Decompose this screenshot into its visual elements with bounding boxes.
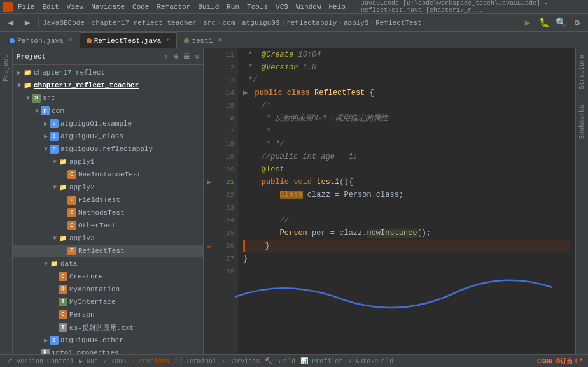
tree-item-MyInterface[interactable]: IMyInterface: [13, 296, 203, 308]
tree-item-com[interactable]: ▼pcom: [13, 104, 203, 117]
breadcrumb-apply3[interactable]: apply3: [344, 19, 369, 27]
debug-btn[interactable]: 🐛: [537, 16, 551, 30]
breadcrumb-atguigu03[interactable]: atguigu03: [242, 19, 279, 27]
tree-item-atguigu01_example[interactable]: ▶patguigu01.example: [13, 117, 203, 130]
tree-arrow-atguigu01_example[interactable]: ▶: [42, 120, 50, 127]
status-build[interactable]: 🔨 Build: [265, 357, 295, 365]
tree-arrow-atguigu02_class[interactable]: ▶: [42, 133, 50, 140]
breadcrumb-reflectapply[interactable]: reflectapply: [286, 19, 337, 27]
status-run[interactable]: ▶ Run: [79, 357, 98, 365]
tree-item-Creature[interactable]: CCreature: [13, 270, 203, 283]
side-tab-project[interactable]: Project: [1, 52, 11, 84]
tree-item-apply3[interactable]: ▼📁apply3: [13, 232, 203, 245]
menu-build[interactable]: Build: [198, 3, 219, 11]
panel-settings-btn[interactable]: ⚙: [195, 52, 199, 61]
menu-code[interactable]: Code: [132, 3, 149, 11]
gutter-line-12: [204, 61, 215, 74]
tree-label-FieldsTest: FieldsTest: [78, 196, 120, 204]
breadcrumb-src[interactable]: src: [203, 19, 216, 27]
breadcrumb-root[interactable]: JavaSECode: [43, 19, 85, 27]
tree-item-apply2[interactable]: ▼📁apply2: [13, 181, 203, 194]
menu-refactor[interactable]: Refactor: [157, 3, 190, 11]
tree-label-MethodsTest: MethodsTest: [78, 209, 125, 217]
tree-arrow-apply1[interactable]: ▼: [51, 159, 59, 166]
tree-item-03_txt[interactable]: T03-反射的应用.txt: [13, 321, 203, 334]
tree-item-ReflectTest[interactable]: CReflectTest: [13, 245, 203, 257]
tree-item-MethodsTest[interactable]: CMethodsTest: [13, 206, 203, 219]
tree-item-src[interactable]: ▼Ssrc: [13, 92, 203, 104]
menu-vcs[interactable]: VCS: [276, 3, 288, 11]
panel-locate-btn[interactable]: ⊕: [174, 52, 179, 61]
breadcrumb: JavaSECode › chapter17_reflect_teacher ›…: [43, 19, 422, 27]
tree-arrow-atguigu03_reflectapply[interactable]: ▼: [42, 146, 50, 153]
code-line-18: * */: [243, 138, 570, 150]
tree-item-atguigu04_other[interactable]: ▶patguigu04.other: [13, 334, 203, 347]
tree-arrow-com[interactable]: ▼: [33, 108, 41, 115]
tree-icon-NewInstanceTest: C: [67, 170, 76, 179]
tree-label-chapter17_reflect_teacher: chapter17_reflect_teacher: [34, 82, 139, 89]
side-tab-structure[interactable]: Structure: [577, 52, 587, 92]
breadcrumb-project[interactable]: chapter17_reflect_teacher: [92, 19, 197, 27]
tab-person[interactable]: Person.java ×: [3, 32, 80, 48]
menu-window[interactable]: Window: [296, 3, 321, 11]
tree-arrow-apply3[interactable]: ▼: [51, 235, 59, 242]
menu-tools[interactable]: Tools: [247, 3, 268, 11]
tree-arrow-data[interactable]: ▼: [42, 261, 50, 268]
run-gutter-icon[interactable]: ▶: [207, 178, 211, 186]
status-services[interactable]: ⚡ Services: [221, 357, 260, 365]
tree-icon-atguigu04_other: p: [50, 336, 59, 345]
tree-item-FieldsTest[interactable]: CFieldsTest: [13, 194, 203, 206]
search-btn[interactable]: 🔍: [554, 16, 568, 30]
back-btn[interactable]: ◀: [4, 16, 18, 30]
forward-btn[interactable]: ▶: [20, 16, 34, 30]
main-area: Project Project ▼ ⊕ ☰ ⚙ ▶📁chapter17_refl…: [0, 48, 588, 354]
tree-item-apply1[interactable]: ▼📁apply1: [13, 155, 203, 168]
tree-icon-OtherTest: C: [67, 221, 76, 230]
tree-item-NewInstanceTest[interactable]: CNewInstanceTest: [13, 168, 203, 181]
menu-file[interactable]: File: [18, 3, 34, 11]
status-version-control[interactable]: ⎇ Version Control: [5, 357, 74, 365]
gutter-line-22: [204, 189, 215, 201]
tree-icon-apply3: 📁: [59, 234, 67, 243]
tree-arrow-atguigu04_other[interactable]: ▶: [42, 336, 50, 344]
tab-reflecttest[interactable]: ReflectTest.java ×: [80, 32, 178, 48]
tree-item-atguigu02_class[interactable]: ▶patguigu02_class: [13, 130, 203, 143]
breadcrumb-com[interactable]: com: [223, 19, 235, 27]
panel-expand-btn[interactable]: ☰: [183, 52, 190, 61]
tab-close-reflecttest[interactable]: ×: [166, 37, 170, 44]
run-btn[interactable]: ▶: [521, 16, 535, 30]
tree-arrow-chapter17_reflect[interactable]: ▶: [15, 69, 23, 76]
tab-close-test1[interactable]: ×: [218, 37, 221, 44]
status-todo[interactable]: ✓ TODO: [103, 357, 126, 365]
menu-view[interactable]: View: [67, 3, 83, 11]
tree-arrow-src[interactable]: ▼: [24, 95, 32, 102]
settings-btn[interactable]: ⚙: [570, 16, 584, 30]
tree-item-info1_properties[interactable]: Pinfo1.properties: [13, 347, 203, 354]
status-autobuild[interactable]: ⚡ Auto-build: [347, 357, 393, 365]
menu-edit[interactable]: Edit: [42, 3, 59, 11]
code-content[interactable]: * @Create 10:04 * @Version 1.0 */▶ publi…: [238, 48, 575, 354]
side-tab-bookmarks[interactable]: Bookmarks: [577, 102, 587, 141]
tree-item-chapter17_reflect[interactable]: ▶📁chapter17_reflect: [13, 66, 203, 79]
tree-item-MyAnnotation[interactable]: @MyAnnotation: [13, 283, 203, 296]
tree-arrow-chapter17_reflect_teacher[interactable]: ▼: [15, 82, 23, 89]
tree-icon-src: S: [32, 94, 41, 103]
tree-item-Person[interactable]: CPerson: [13, 308, 203, 321]
menu-navigate[interactable]: Navigate: [91, 3, 125, 11]
menu-help[interactable]: Help: [329, 3, 346, 11]
tree-label-Person: Person: [69, 311, 95, 319]
breadcrumb-reflecttest[interactable]: ReflectTest: [375, 19, 422, 27]
tree-item-data[interactable]: ▼📁data: [13, 257, 203, 270]
tree-arrow-apply2[interactable]: ▼: [51, 184, 59, 191]
tab-test1[interactable]: test1 ×: [177, 32, 228, 48]
tree-item-OtherTest[interactable]: COtherTest: [13, 219, 203, 232]
status-profiler[interactable]: 📊 Profiler: [300, 357, 342, 365]
status-problems[interactable]: ⚠ Problems: [131, 357, 169, 365]
menu-run[interactable]: Run: [227, 3, 239, 11]
tree-item-chapter17_reflect_teacher[interactable]: ▼📁chapter17_reflect_teacher: [13, 79, 203, 92]
tab-label-person: Person.java: [17, 37, 64, 45]
editor-wrapper: ▶▬ 111213141516171819202122232425262728 …: [204, 48, 575, 354]
status-terminal[interactable]: ⬛ Terminal: [174, 357, 216, 365]
tab-close-person[interactable]: ×: [69, 37, 73, 44]
tree-item-atguigu03_reflectapply[interactable]: ▼patguigu03.reflectapply: [13, 143, 203, 155]
